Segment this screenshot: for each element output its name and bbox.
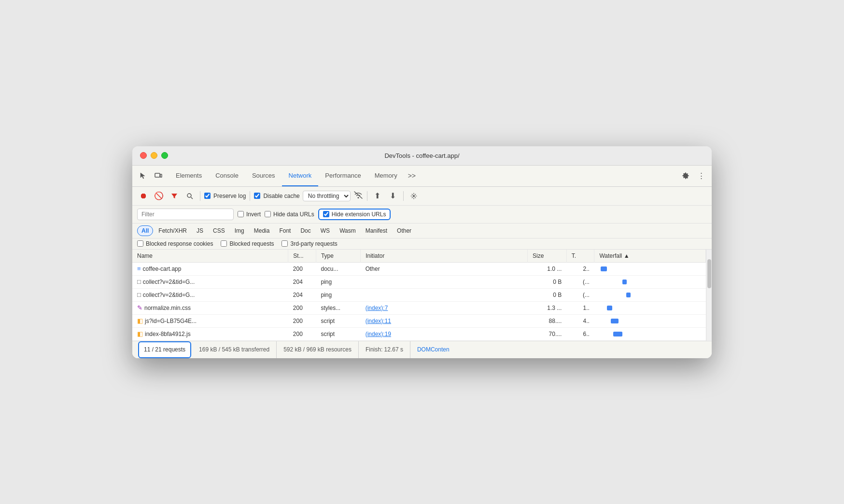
traffic-lights — [140, 152, 168, 159]
col-header-status[interactable]: St... — [288, 250, 316, 263]
cursor-icon[interactable] — [136, 169, 150, 182]
third-party-checkbox[interactable]: 3rd-party requests — [281, 240, 337, 247]
maximize-button[interactable] — [161, 152, 168, 159]
hide-extension-urls-wrapper[interactable]: Hide extension URLs — [318, 209, 391, 220]
type-filter-other[interactable]: Other — [393, 225, 416, 236]
invert-checkbox[interactable]: Invert — [238, 211, 261, 218]
type-filter-css[interactable]: CSS — [209, 225, 229, 236]
col-header-size[interactable]: Size — [528, 250, 567, 263]
clear-button[interactable]: 🚫 — [153, 190, 165, 202]
filter-button[interactable] — [168, 190, 181, 202]
tab-bar: Elements Console Sources Network Perform… — [132, 166, 712, 187]
filter-input[interactable] — [137, 209, 234, 220]
table-body: ≡coffee-cart.app200docu...Other1.0 ...2.… — [132, 262, 706, 340]
status-transferred: 169 kB / 545 kB transferred — [192, 341, 277, 358]
titlebar: DevTools - coffee-cart.app/ — [132, 146, 712, 166]
status-domcontent: DOMConten — [410, 341, 456, 358]
table-row[interactable]: ◧index-8bfa4912.js200script(index):1970.… — [132, 327, 706, 340]
tabs: Elements Console Sources Network Perform… — [169, 165, 679, 186]
export-button[interactable]: ⬇ — [387, 190, 399, 202]
tab-sources[interactable]: Sources — [245, 165, 282, 186]
status-resources: 592 kB / 969 kB resources — [277, 341, 359, 358]
throttle-select[interactable]: No throttling — [303, 191, 351, 201]
type-filter-fetch-xhr[interactable]: Fetch/XHR — [154, 225, 191, 236]
search-button[interactable] — [183, 190, 196, 202]
type-filter-wasm[interactable]: Wasm — [335, 225, 360, 236]
blocked-requests-input[interactable] — [221, 240, 227, 247]
network-conditions-icon[interactable] — [353, 191, 363, 201]
network-settings-icon[interactable] — [408, 190, 420, 202]
table-area: Name St... Type Initiator Size T. Waterf… — [132, 250, 712, 341]
devtools-body: Elements Console Sources Network Perform… — [132, 166, 712, 358]
hide-data-urls-input[interactable] — [265, 211, 271, 217]
col-header-waterfall[interactable]: Waterfall ▲ — [594, 250, 706, 263]
svg-line-3 — [191, 197, 193, 199]
additional-filters-row: Blocked response cookies Blocked request… — [132, 238, 712, 250]
tab-overflow[interactable]: >> — [404, 167, 420, 184]
import-button[interactable]: ⬆ — [371, 190, 384, 202]
svg-point-2 — [187, 194, 191, 197]
table-row[interactable]: □collect?v=2&tid=G...204ping0 B(... — [132, 275, 706, 288]
type-filter-media[interactable]: Media — [250, 225, 274, 236]
toolbar-divider-3 — [367, 191, 367, 201]
table-header-row: Name St... Type Initiator Size T. Waterf… — [132, 250, 706, 263]
filter-row: Invert Hide data URLs Hide extension URL… — [132, 206, 712, 224]
tab-elements[interactable]: Elements — [169, 165, 209, 186]
hide-data-urls-checkbox[interactable]: Hide data URLs — [265, 211, 314, 218]
close-button[interactable] — [140, 152, 147, 159]
tab-icons — [136, 169, 165, 182]
svg-rect-0 — [155, 173, 160, 177]
preserve-log-checkbox[interactable]: Preserve log — [204, 193, 246, 199]
tab-network[interactable]: Network — [282, 165, 319, 186]
type-filter-js[interactable]: JS — [192, 225, 208, 236]
type-filter-ws[interactable]: WS — [316, 225, 334, 236]
status-requests: 11 / 21 requests — [138, 341, 191, 358]
more-options-icon[interactable]: ⋮ — [694, 169, 708, 182]
tab-performance[interactable]: Performance — [318, 165, 367, 186]
table-row[interactable]: ◧js?id=G-LB75G4E...200script(index):1188… — [132, 314, 706, 327]
table-row[interactable]: □collect?v=2&tid=G...204ping0 B(... — [132, 288, 706, 301]
stop-recording-button[interactable]: ⏺ — [137, 190, 150, 202]
invert-input[interactable] — [238, 211, 244, 217]
type-filter-all[interactable]: All — [137, 225, 153, 236]
svg-rect-1 — [160, 174, 162, 177]
col-header-type[interactable]: Type — [316, 250, 360, 263]
blocked-cookies-input[interactable] — [137, 240, 143, 247]
col-header-initiator[interactable]: Initiator — [361, 250, 528, 263]
type-filter-doc[interactable]: Doc — [296, 225, 315, 236]
status-finish: Finish: 12.67 s — [359, 341, 410, 358]
minimize-button[interactable] — [151, 152, 157, 159]
type-filter-font[interactable]: Font — [275, 225, 295, 236]
scrollbar-thumb[interactable] — [707, 259, 711, 288]
type-filter-row: All Fetch/XHR JS CSS Img Media Font Doc … — [132, 224, 712, 238]
table-row[interactable]: ≡coffee-cart.app200docu...Other1.0 ...2.… — [132, 262, 706, 275]
network-toolbar: ⏺ 🚫 Preserve log Disable ca — [132, 187, 712, 206]
waterfall-sort-icon: ▲ — [624, 252, 630, 259]
devtools-window: DevTools - coffee-cart.app/ Element — [132, 146, 712, 358]
blocked-requests-checkbox[interactable]: Blocked requests — [221, 240, 274, 247]
hide-extension-urls-input[interactable] — [323, 211, 329, 217]
tab-console[interactable]: Console — [209, 165, 245, 186]
toolbar-divider-4 — [403, 191, 404, 201]
blocked-cookies-checkbox[interactable]: Blocked response cookies — [137, 240, 213, 247]
network-table-container[interactable]: Name St... Type Initiator Size T. Waterf… — [132, 250, 706, 341]
type-filter-img[interactable]: Img — [230, 225, 249, 236]
window-title: DevTools - coffee-cart.app/ — [384, 152, 459, 159]
network-table: Name St... Type Initiator Size T. Waterf… — [132, 250, 706, 341]
tab-memory[interactable]: Memory — [368, 165, 404, 186]
scrollbar-track[interactable] — [706, 250, 712, 341]
col-header-name[interactable]: Name — [132, 250, 288, 263]
table-row[interactable]: ✎normalize.min.css200styles...(index):71… — [132, 301, 706, 314]
toolbar-divider-2 — [250, 191, 250, 201]
disable-cache-checkbox[interactable]: Disable cache — [254, 193, 299, 199]
disable-cache-input[interactable] — [254, 193, 260, 199]
tab-bar-actions: ⋮ — [679, 169, 708, 182]
toolbar-divider-1 — [200, 191, 200, 201]
type-filter-manifest[interactable]: Manifest — [361, 225, 392, 236]
col-header-time[interactable]: T. — [566, 250, 594, 263]
third-party-input[interactable] — [281, 240, 288, 247]
svg-point-5 — [413, 195, 415, 197]
preserve-log-input[interactable] — [204, 193, 211, 199]
device-toggle-icon[interactable] — [152, 169, 165, 182]
devtools-settings-icon[interactable] — [679, 169, 692, 182]
